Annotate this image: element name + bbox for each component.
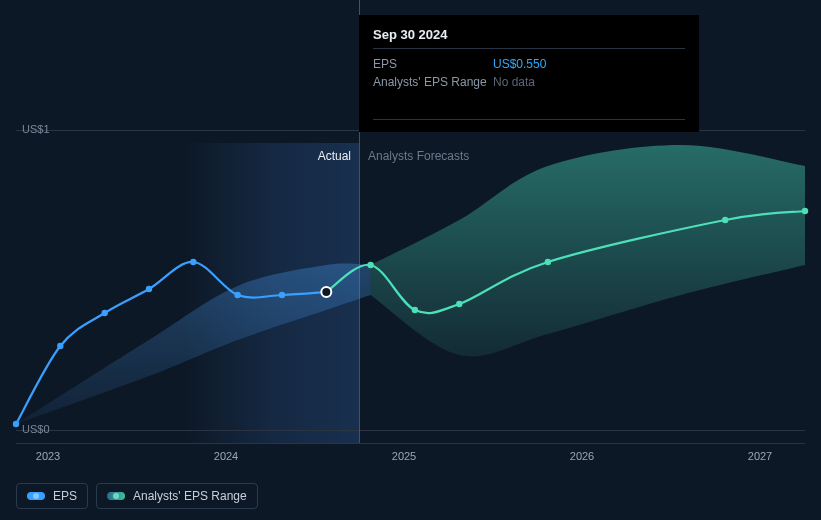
x-tick-2024: 2024 xyxy=(214,450,238,462)
svg-point-1 xyxy=(57,343,63,349)
chart-tooltip: Sep 30 2024 EPS US$0.550 Analysts' EPS R… xyxy=(359,15,699,132)
legend: EPS Analysts' EPS Range xyxy=(16,483,258,509)
svg-point-4 xyxy=(190,259,196,265)
svg-point-13 xyxy=(802,208,808,214)
highlight-marker xyxy=(321,287,331,297)
svg-point-8 xyxy=(367,262,373,268)
tooltip-key-range: Analysts' EPS Range xyxy=(373,73,493,91)
legend-swatch-range xyxy=(107,492,125,500)
eps-range-band-past xyxy=(16,263,371,424)
svg-point-10 xyxy=(456,301,462,307)
svg-point-5 xyxy=(234,292,240,298)
x-tick-2025: 2025 xyxy=(392,450,416,462)
x-axis-ticks: 2023 2024 2025 2026 2027 xyxy=(16,450,805,466)
tooltip-row-eps: EPS US$0.550 xyxy=(373,55,685,73)
tooltip-key-eps: EPS xyxy=(373,55,493,73)
tooltip-row-range: Analysts' EPS Range No data xyxy=(373,73,685,91)
legend-swatch-eps xyxy=(27,492,45,500)
svg-point-12 xyxy=(722,217,728,223)
tooltip-date: Sep 30 2024 xyxy=(373,27,685,49)
tooltip-divider xyxy=(373,119,685,120)
x-axis-line xyxy=(16,443,805,444)
svg-point-2 xyxy=(102,310,108,316)
svg-point-9 xyxy=(412,307,418,313)
x-tick-2023: 2023 xyxy=(36,450,60,462)
svg-point-0 xyxy=(13,421,19,427)
svg-point-3 xyxy=(146,286,152,292)
x-tick-2026: 2026 xyxy=(570,450,594,462)
x-tick-2027: 2027 xyxy=(748,450,772,462)
svg-point-14 xyxy=(321,287,331,297)
svg-point-6 xyxy=(279,292,285,298)
legend-label-range: Analysts' EPS Range xyxy=(133,489,247,503)
tooltip-val-range: No data xyxy=(493,73,535,91)
tooltip-val-eps: US$0.550 xyxy=(493,55,546,73)
legend-label-eps: EPS xyxy=(53,489,77,503)
svg-point-11 xyxy=(545,259,551,265)
legend-item-range[interactable]: Analysts' EPS Range xyxy=(96,483,258,509)
legend-item-eps[interactable]: EPS xyxy=(16,483,88,509)
